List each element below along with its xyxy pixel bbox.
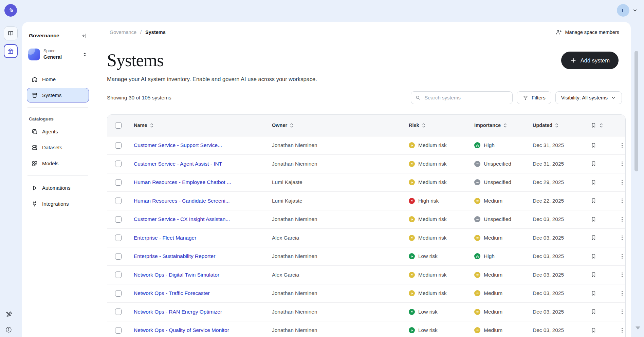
sidebar-item-label: Agents <box>42 129 58 134</box>
governance-nav-button[interactable] <box>4 44 18 58</box>
row-menu-icon[interactable] <box>619 161 625 167</box>
sidebar-item-systems[interactable]: Systems <box>27 88 89 102</box>
scrollbar-thumb[interactable] <box>634 51 638 171</box>
system-name-link[interactable]: Customer Service - Support Service... <box>134 142 222 148</box>
risk-badge: Medium risk <box>409 235 447 241</box>
row-checkbox[interactable] <box>115 179 122 186</box>
filters-button[interactable]: Filters <box>517 91 551 104</box>
system-name-link[interactable]: Human Resources - Candidate Screeni... <box>134 198 230 204</box>
user-menu-chevron-icon[interactable] <box>632 7 638 13</box>
system-name-link[interactable]: Enterprise - Sustainability Reporter <box>134 253 215 259</box>
system-name-link[interactable]: Enterprise - Fleet Manager <box>134 235 196 241</box>
breadcrumb-parent[interactable]: Governance <box>110 30 136 35</box>
row-menu-icon[interactable] <box>619 179 625 186</box>
bookmark-icon[interactable] <box>590 235 597 241</box>
row-menu-icon[interactable] <box>619 327 625 334</box>
search-box[interactable] <box>411 91 513 104</box>
importance-badge-icon <box>474 272 480 278</box>
system-name-link[interactable]: Network Ops - Digital Twin Simulator <box>134 272 219 278</box>
user-avatar[interactable]: L <box>617 4 629 17</box>
row-menu-icon[interactable] <box>619 142 625 149</box>
row-checkbox[interactable] <box>115 308 122 315</box>
system-name-link[interactable]: Human Resources - Employee Chatbot ... <box>134 179 231 185</box>
header-owner[interactable]: Owner <box>272 123 409 128</box>
chevron-up-down-icon <box>82 52 88 57</box>
sidebar-item-agents[interactable]: Agents <box>27 124 89 139</box>
sidebar-item-models[interactable]: Models <box>27 156 89 171</box>
row-checkbox[interactable] <box>115 272 122 278</box>
bookmark-icon[interactable] <box>590 198 597 204</box>
person-plus-icon <box>555 29 562 36</box>
bookmark-icon[interactable] <box>590 179 597 186</box>
row-checkbox[interactable] <box>115 216 122 223</box>
system-name-link[interactable]: Customer Service - CX Insight Assistan..… <box>134 216 230 222</box>
info-button[interactable] <box>5 326 12 333</box>
updated-cell: Dec 03, 2025 <box>533 216 590 222</box>
bookmark-icon[interactable] <box>590 161 597 167</box>
bookmark-icon[interactable] <box>590 290 597 297</box>
sidebar-item-integrations[interactable]: Integrations <box>27 196 89 211</box>
row-menu-icon[interactable] <box>619 216 625 223</box>
row-checkbox[interactable] <box>115 198 122 204</box>
row-menu-icon[interactable] <box>619 290 625 297</box>
row-checkbox[interactable] <box>115 235 122 241</box>
importance-badge-icon <box>474 198 480 204</box>
risk-badge-icon <box>409 272 415 278</box>
sidebar-item-automations[interactable]: Automations <box>27 181 89 195</box>
table-row: Customer Service - Support Service... Jo… <box>107 136 625 155</box>
space-selector[interactable]: Space General <box>27 46 89 62</box>
bookmark-icon[interactable] <box>590 216 597 223</box>
row-checkbox[interactable] <box>115 327 122 334</box>
sidebar-item-home[interactable]: Home <box>27 72 89 87</box>
integrations-icon <box>31 201 38 207</box>
bookmark-icon[interactable] <box>590 327 597 334</box>
header-importance[interactable]: Importance <box>474 123 533 128</box>
sort-icon <box>151 124 153 127</box>
risk-badge-icon <box>409 253 415 259</box>
system-name-link[interactable]: Network Ops - Traffic Forecaster <box>134 290 210 296</box>
catalogues-section-label: Catalogues <box>27 112 89 123</box>
row-menu-icon[interactable] <box>619 198 625 204</box>
sidebar-item-label: Automations <box>42 185 70 191</box>
bookmark-icon[interactable] <box>590 142 597 149</box>
row-menu-icon[interactable] <box>619 253 625 260</box>
importance-badge: Medium <box>474 327 502 333</box>
library-nav-button[interactable] <box>4 26 18 40</box>
row-menu-icon[interactable] <box>619 308 625 315</box>
header-risk[interactable]: Risk <box>409 123 474 128</box>
add-system-button[interactable]: Add system <box>561 52 619 69</box>
sidebar-collapse-icon[interactable] <box>81 33 88 39</box>
updated-cell: Dec 31, 2025 <box>533 161 590 167</box>
row-checkbox[interactable] <box>115 290 122 297</box>
system-name-link[interactable]: Network Ops - RAN Energy Optimizer <box>134 309 222 315</box>
book-icon <box>7 30 14 37</box>
header-bookmark[interactable] <box>590 122 614 129</box>
table-row: Network Ops - Digital Twin Simulator Ale… <box>107 266 625 284</box>
visibility-dropdown[interactable]: Visibility: All systems <box>555 91 622 104</box>
avatar-initial: L <box>622 7 624 13</box>
risk-label: Medium risk <box>418 161 447 167</box>
sidebar-item-datasets[interactable]: Datasets <box>27 140 89 155</box>
row-checkbox[interactable] <box>115 142 122 149</box>
row-menu-icon[interactable] <box>619 235 625 241</box>
app-logo-icon[interactable] <box>4 4 17 17</box>
bookmark-icon[interactable] <box>590 253 597 260</box>
row-checkbox[interactable] <box>115 253 122 260</box>
select-all-checkbox[interactable] <box>115 122 122 129</box>
manage-space-members-button[interactable]: Manage space members <box>555 29 619 36</box>
row-menu-icon[interactable] <box>619 272 625 278</box>
system-name-link[interactable]: Network Ops - Quality of Service Monitor <box>134 327 229 333</box>
updated-cell: Dec 22, 2025 <box>533 198 590 204</box>
system-name-link[interactable]: Customer Service - Agent Assist - INT <box>134 161 222 167</box>
risk-badge-icon <box>409 290 415 296</box>
owner-cell: Jonathan Nieminen <box>272 290 409 296</box>
header-name[interactable]: Name <box>134 123 272 128</box>
row-checkbox[interactable] <box>115 161 122 167</box>
search-input[interactable] <box>424 94 508 101</box>
bookmark-icon[interactable] <box>590 272 597 278</box>
bookmark-icon[interactable] <box>590 308 597 315</box>
header-updated[interactable]: Updated <box>533 123 590 128</box>
admin-tools-button[interactable] <box>5 311 13 318</box>
scroll-down-arrow[interactable] <box>636 326 640 330</box>
table-body: Customer Service - Support Service... Jo… <box>107 136 625 337</box>
